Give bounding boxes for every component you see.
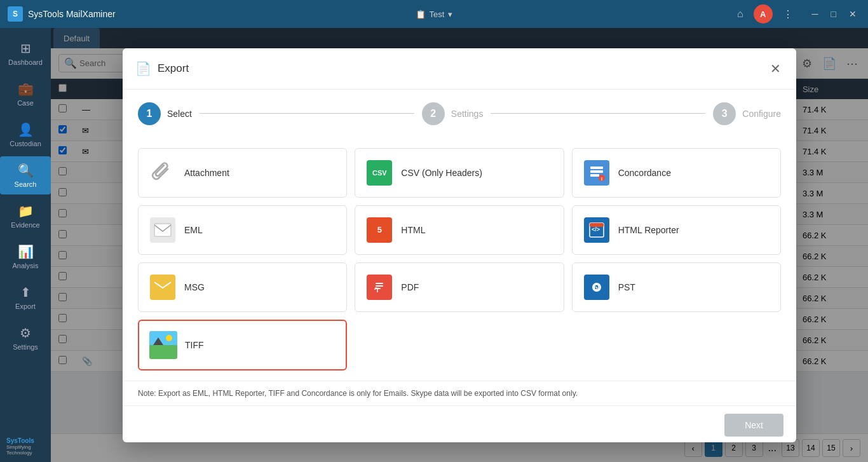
next-button[interactable]: Next xyxy=(724,414,783,437)
step-3-label: Configure xyxy=(742,109,781,119)
export-option-html-reporter[interactable]: </> HTML Reporter xyxy=(572,205,781,255)
case-info: 📋 Test ▾ xyxy=(416,10,453,19)
evidence-icon: 📁 xyxy=(18,203,34,219)
sidebar-label-case: Case xyxy=(17,99,34,107)
svg-rect-0 xyxy=(590,166,603,169)
custodian-icon: 👤 xyxy=(18,122,34,137)
svg-text:i: i xyxy=(601,176,602,182)
sidebar: ⊞ Dashboard 💼 Case 👤 Custodian 🔍 Search … xyxy=(0,28,51,462)
sidebar-label-custodian: Custodian xyxy=(10,140,41,147)
html-icon: 5 xyxy=(365,216,393,244)
svg-text:ol: ol xyxy=(593,284,600,292)
html-label: HTML xyxy=(401,225,425,235)
pdf-label: PDF xyxy=(401,282,419,292)
stepper: 1 Select 2 Settings 3 Configure xyxy=(123,90,796,138)
step-2: 2 Settings xyxy=(422,102,484,125)
svg-rect-2 xyxy=(590,174,599,177)
analysis-icon: 📊 xyxy=(18,244,34,259)
html-reporter-icon: </> xyxy=(583,216,611,244)
modal-doc-icon: 📄 xyxy=(135,61,151,76)
export-option-pdf[interactable]: PDF xyxy=(355,262,564,312)
title-bar-controls: ⌂ A ⋮ ─ □ ✕ xyxy=(735,4,860,24)
step-3: 3 Configure xyxy=(713,102,781,125)
export-option-msg[interactable]: MSG xyxy=(138,262,347,312)
msg-icon xyxy=(149,273,177,301)
dropdown-icon[interactable]: ▾ xyxy=(448,10,452,19)
maximize-button[interactable]: □ xyxy=(827,8,840,20)
step-1-label: Select xyxy=(167,109,192,119)
app-title: SysTools MailXaminer xyxy=(28,9,116,19)
sidebar-label-evidence: Evidence xyxy=(11,221,39,229)
pst-label: PST xyxy=(618,282,635,292)
step-line-1 xyxy=(200,113,414,114)
home-button[interactable]: ⌂ xyxy=(735,6,746,22)
app-icon: S xyxy=(8,6,23,22)
sidebar-label-analysis: Analysis xyxy=(13,262,39,269)
eml-icon xyxy=(149,216,177,244)
msg-label: MSG xyxy=(184,282,205,292)
sidebar-item-dashboard[interactable]: ⊞ Dashboard xyxy=(0,34,51,72)
modal-note: Note: Export as EML, HTML Reporter, TIFF… xyxy=(123,381,796,405)
export-modal: 📄 Export ✕ 1 Select 2 Settings xyxy=(123,48,796,442)
dashboard-icon: ⊞ xyxy=(20,41,31,56)
tiff-label: TIFF xyxy=(185,340,204,350)
step-2-circle: 2 xyxy=(422,102,445,125)
step-1: 1 Select xyxy=(138,102,192,125)
svg-text:</>: </> xyxy=(592,226,600,233)
title-bar: S SysTools MailXaminer 📋 Test ▾ ⌂ A ⋮ ─ … xyxy=(0,0,868,28)
app-logo: S SysTools MailXaminer xyxy=(8,6,735,22)
sidebar-item-export[interactable]: ⬆ Export xyxy=(0,278,51,316)
modal-footer: Next xyxy=(123,405,796,444)
sidebar-item-custodian[interactable]: 👤 Custodian xyxy=(0,116,51,154)
close-button[interactable]: ✕ xyxy=(845,8,860,20)
pdf-icon xyxy=(365,273,393,301)
sidebar-label-settings: Settings xyxy=(13,343,38,351)
step-line-2 xyxy=(491,113,705,114)
sidebar-item-case[interactable]: 💼 Case xyxy=(0,75,51,113)
step-3-circle: 3 xyxy=(713,102,736,125)
sidebar-item-search[interactable]: 🔍 Search xyxy=(0,156,51,194)
sidebar-logo: SysTools Simplifying Technology xyxy=(0,431,51,462)
sidebar-item-settings[interactable]: ⚙ Settings xyxy=(0,319,51,357)
minimize-button[interactable]: ─ xyxy=(808,8,822,20)
step-1-circle: 1 xyxy=(138,102,161,125)
export-option-attachment[interactable]: Attachment xyxy=(138,148,347,198)
concordance-icon: i xyxy=(583,159,611,187)
export-option-eml[interactable]: EML xyxy=(138,205,347,255)
modal-close-button[interactable]: ✕ xyxy=(768,58,783,79)
attachment-label: Attachment xyxy=(184,168,229,178)
modal-title: Export xyxy=(158,62,761,75)
app-layout: ⊞ Dashboard 💼 Case 👤 Custodian 🔍 Search … xyxy=(0,28,868,462)
sidebar-label-export: Export xyxy=(15,302,36,310)
export-option-csv[interactable]: CSV CSV (Only Headers) xyxy=(355,148,564,198)
export-option-html[interactable]: 5 HTML xyxy=(355,205,564,255)
sidebar-item-analysis[interactable]: 📊 Analysis xyxy=(0,238,51,276)
concordance-label: Concordance xyxy=(618,168,671,178)
window-controls: ─ □ ✕ xyxy=(808,8,860,20)
sidebar-label-search: Search xyxy=(15,180,37,188)
step-2-label: Settings xyxy=(451,109,484,119)
modal-header: 📄 Export ✕ xyxy=(123,48,796,90)
tiff-icon xyxy=(149,331,177,359)
csv-label: CSV (Only Headers) xyxy=(401,168,482,178)
svg-rect-5 xyxy=(154,224,171,236)
title-bar-center: 📋 Test ▾ xyxy=(416,10,453,19)
export-option-pst[interactable]: Ool PST xyxy=(572,262,781,312)
sidebar-label-dashboard: Dashboard xyxy=(8,58,43,66)
case-icon: 💼 xyxy=(18,81,34,97)
pst-icon: Ool xyxy=(583,273,611,301)
html-reporter-label: HTML Reporter xyxy=(618,225,679,235)
case-icon: 📋 xyxy=(416,10,426,19)
eml-label: EML xyxy=(184,225,203,235)
export-option-tiff[interactable]: TIFF xyxy=(138,320,347,370)
svg-rect-10 xyxy=(373,279,386,296)
export-option-concordance[interactable]: i Concordance xyxy=(572,148,781,198)
more-button[interactable]: ⋮ xyxy=(780,6,796,23)
svg-rect-8 xyxy=(590,223,604,227)
attachment-icon xyxy=(149,159,177,187)
sidebar-item-evidence[interactable]: 📁 Evidence xyxy=(0,197,51,235)
avatar: A xyxy=(754,4,773,24)
svg-rect-1 xyxy=(590,170,603,173)
content-area: Default 🔍 ⬆ 📁 ⚙ 📄 ⋯ xyxy=(51,28,868,462)
settings-icon: ⚙ xyxy=(20,325,31,341)
